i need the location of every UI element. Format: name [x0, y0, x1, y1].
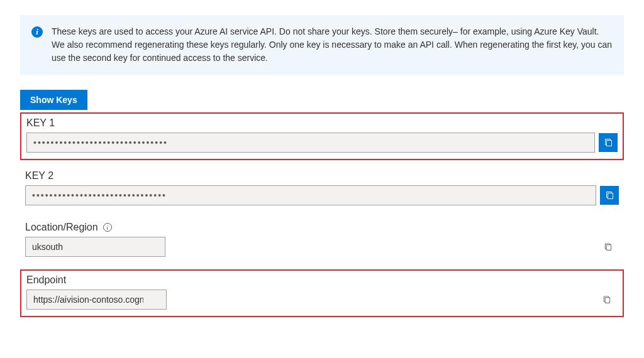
- info-icon[interactable]: i: [103, 223, 112, 232]
- copy-icon: [602, 295, 611, 305]
- endpoint-label: Endpoint: [26, 274, 618, 286]
- location-label: Location/Region i: [25, 222, 619, 233]
- key2-group: KEY 2: [20, 166, 624, 212]
- key2-label: KEY 2: [25, 170, 619, 182]
- copy-endpoint-button[interactable]: [599, 293, 614, 307]
- info-banner: i These keys are used to access your Azu…: [20, 15, 624, 75]
- endpoint-group: Endpoint: [20, 269, 624, 317]
- key1-group: KEY 1: [20, 112, 624, 160]
- location-group: Location/Region i: [20, 218, 624, 263]
- show-keys-button[interactable]: Show Keys: [20, 90, 87, 110]
- copy-location-button[interactable]: [601, 240, 615, 254]
- location-input[interactable]: [25, 237, 165, 257]
- endpoint-input[interactable]: [26, 290, 167, 310]
- copy-key1-button[interactable]: [599, 133, 618, 152]
- copy-icon: [604, 190, 614, 200]
- info-banner-text: These keys are used to access your Azure…: [52, 25, 613, 65]
- copy-icon: [603, 138, 613, 148]
- key2-input[interactable]: [25, 185, 596, 205]
- copy-icon: [603, 242, 613, 252]
- location-label-text: Location/Region: [25, 222, 98, 233]
- copy-key2-button[interactable]: [600, 186, 619, 205]
- info-icon: i: [31, 26, 43, 38]
- key1-input[interactable]: [26, 133, 595, 153]
- key1-label: KEY 1: [26, 117, 618, 129]
